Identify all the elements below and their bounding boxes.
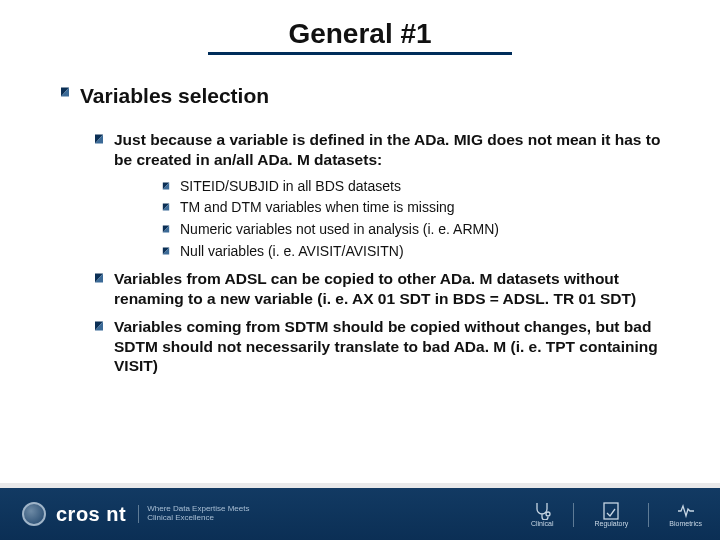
category-label: Biometrics bbox=[669, 520, 702, 527]
list-item-text: Numeric variables not used in analysis (… bbox=[180, 221, 499, 239]
category-label: Regulatory bbox=[594, 520, 628, 527]
list-item-text: Just because a variable is defined in th… bbox=[114, 130, 676, 170]
list-item: Variables from ADSL can be copied to oth… bbox=[94, 269, 676, 309]
list-item-text: SITEID/SUBJID in all BDS datasets bbox=[180, 178, 401, 196]
list-item: Numeric variables not used in analysis (… bbox=[162, 221, 676, 239]
divider bbox=[573, 503, 574, 527]
list-item-text: Null variables (i. e. AVISIT/AVISITN) bbox=[180, 243, 404, 261]
brand-tagline: Where Data Expertise Meets Clinical Exce… bbox=[138, 505, 249, 523]
svg-point-0 bbox=[546, 512, 550, 516]
category-label: Clinical bbox=[531, 520, 554, 527]
list-item-text: TM and DTM variables when time is missin… bbox=[180, 199, 455, 217]
list-item: Null variables (i. e. AVISIT/AVISITN) bbox=[162, 243, 676, 261]
bullet-icon bbox=[162, 203, 170, 211]
title-bar: General #1 bbox=[0, 0, 720, 55]
bullet-icon bbox=[162, 182, 170, 190]
svg-rect-1 bbox=[604, 503, 618, 519]
list-item: SITEID/SUBJID in all BDS datasets bbox=[162, 178, 676, 196]
category-clinical: Clinical bbox=[531, 502, 554, 527]
biometrics-icon bbox=[676, 502, 696, 520]
brand: cros nt Where Data Expertise Meets Clini… bbox=[22, 502, 249, 526]
logo-icon bbox=[22, 502, 46, 526]
section-heading: Variables selection bbox=[80, 83, 269, 110]
footer-bar: cros nt Where Data Expertise Meets Clini… bbox=[0, 488, 720, 540]
bullet-icon bbox=[162, 225, 170, 233]
page-title: General #1 bbox=[208, 18, 511, 55]
tagline-line: Clinical Excellence bbox=[147, 514, 249, 523]
category-regulatory: Regulatory bbox=[594, 502, 628, 527]
clinical-icon bbox=[532, 502, 552, 520]
list-item: Variables coming from SDTM should be cop… bbox=[94, 317, 676, 376]
brand-name: cros nt bbox=[56, 503, 126, 526]
list-item-text: Variables coming from SDTM should be cop… bbox=[114, 317, 676, 376]
bullet-icon bbox=[60, 87, 70, 97]
regulatory-icon bbox=[601, 502, 621, 520]
content-area: Variables selection Just because a varia… bbox=[0, 55, 720, 376]
list-item-text: Variables from ADSL can be copied to oth… bbox=[114, 269, 676, 309]
section-heading-row: Variables selection bbox=[60, 83, 676, 122]
list-item: Just because a variable is defined in th… bbox=[94, 130, 676, 170]
bullet-icon bbox=[94, 134, 104, 144]
category-biometrics: Biometrics bbox=[669, 502, 702, 527]
bullet-icon bbox=[94, 273, 104, 283]
footer-categories: Clinical Regulatory Biometrics bbox=[531, 502, 702, 527]
bullet-icon bbox=[162, 247, 170, 255]
bullet-icon bbox=[94, 321, 104, 331]
list-item: TM and DTM variables when time is missin… bbox=[162, 199, 676, 217]
divider bbox=[648, 503, 649, 527]
